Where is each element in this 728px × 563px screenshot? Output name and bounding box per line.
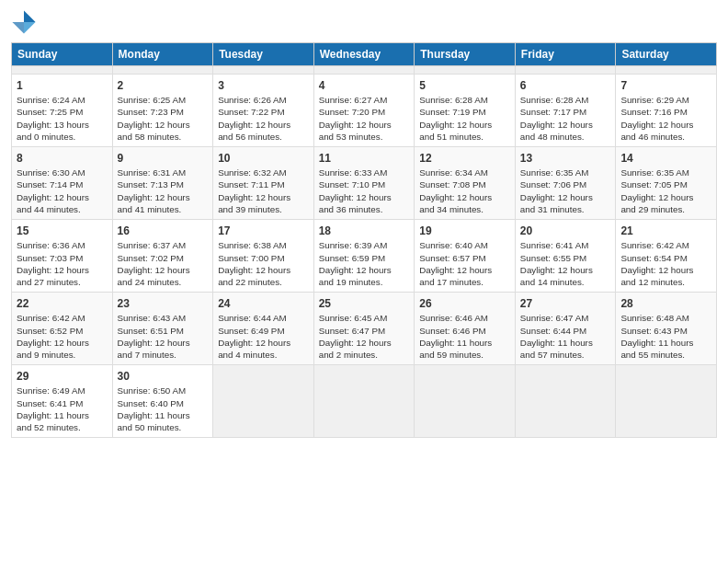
day-info: Sunrise: 6:29 AM Sunset: 7:16 PM Dayligh… <box>620 94 711 143</box>
calendar-cell <box>616 66 717 75</box>
calendar-cell: 28Sunrise: 6:48 AM Sunset: 6:43 PM Dayli… <box>616 293 717 365</box>
col-header-tuesday: Tuesday <box>213 43 314 66</box>
day-info: Sunrise: 6:33 AM Sunset: 7:10 PM Dayligh… <box>319 167 410 215</box>
col-header-thursday: Thursday <box>415 43 516 66</box>
day-number: 4 <box>319 78 410 93</box>
calendar-cell <box>415 365 516 438</box>
page-container: SundayMondayTuesdayWednesdayThursdayFrid… <box>0 0 728 445</box>
calendar-cell: 13Sunrise: 6:35 AM Sunset: 7:06 PM Dayli… <box>515 147 616 220</box>
week-row: 8Sunrise: 6:30 AM Sunset: 7:14 PM Daylig… <box>12 147 717 220</box>
day-number: 26 <box>419 296 510 311</box>
day-info: Sunrise: 6:35 AM Sunset: 7:05 PM Dayligh… <box>620 167 711 215</box>
day-number: 17 <box>218 224 309 238</box>
day-info: Sunrise: 6:50 AM Sunset: 6:40 PM Dayligh… <box>118 385 209 433</box>
calendar-cell: 4Sunrise: 6:27 AM Sunset: 7:20 PM Daylig… <box>313 75 415 147</box>
day-info: Sunrise: 6:49 AM Sunset: 6:41 PM Dayligh… <box>17 385 108 433</box>
calendar-cell: 12Sunrise: 6:34 AM Sunset: 7:08 PM Dayli… <box>415 147 516 220</box>
day-number: 11 <box>319 151 410 166</box>
day-info: Sunrise: 6:44 AM Sunset: 6:49 PM Dayligh… <box>218 312 309 361</box>
calendar-table: SundayMondayTuesdayWednesdayThursdayFrid… <box>11 42 717 438</box>
calendar-cell: 22Sunrise: 6:42 AM Sunset: 6:52 PM Dayli… <box>12 293 113 365</box>
day-info: Sunrise: 6:42 AM Sunset: 6:52 PM Dayligh… <box>17 312 108 361</box>
page-header <box>11 9 717 35</box>
day-number: 16 <box>118 224 209 238</box>
day-info: Sunrise: 6:32 AM Sunset: 7:11 PM Dayligh… <box>218 167 309 215</box>
day-info: Sunrise: 6:27 AM Sunset: 7:20 PM Dayligh… <box>319 94 410 143</box>
week-row: 29Sunrise: 6:49 AM Sunset: 6:41 PM Dayli… <box>12 365 717 438</box>
calendar-cell <box>616 365 717 438</box>
col-header-friday: Friday <box>515 43 616 66</box>
day-number: 19 <box>419 224 510 238</box>
calendar-cell <box>515 365 616 438</box>
day-info: Sunrise: 6:34 AM Sunset: 7:08 PM Dayligh… <box>419 167 510 215</box>
calendar-cell <box>213 365 314 438</box>
day-info: Sunrise: 6:36 AM Sunset: 7:03 PM Dayligh… <box>17 239 108 288</box>
day-number: 10 <box>218 151 309 166</box>
day-number: 8 <box>17 151 108 166</box>
day-info: Sunrise: 6:35 AM Sunset: 7:06 PM Dayligh… <box>520 167 611 215</box>
day-info: Sunrise: 6:28 AM Sunset: 7:17 PM Dayligh… <box>520 94 611 143</box>
day-number: 6 <box>520 78 611 93</box>
day-number: 15 <box>17 224 108 238</box>
day-number: 29 <box>17 369 108 384</box>
day-info: Sunrise: 6:39 AM Sunset: 6:59 PM Dayligh… <box>319 239 410 288</box>
day-number: 30 <box>118 369 209 384</box>
day-info: Sunrise: 6:47 AM Sunset: 6:44 PM Dayligh… <box>520 312 611 361</box>
calendar-cell: 24Sunrise: 6:44 AM Sunset: 6:49 PM Dayli… <box>213 293 314 365</box>
day-number: 14 <box>620 151 711 166</box>
col-header-monday: Monday <box>112 43 213 66</box>
day-number: 7 <box>620 78 711 93</box>
day-number: 20 <box>520 224 611 238</box>
week-row: 22Sunrise: 6:42 AM Sunset: 6:52 PM Dayli… <box>12 293 717 365</box>
calendar-cell: 11Sunrise: 6:33 AM Sunset: 7:10 PM Dayli… <box>313 147 415 220</box>
calendar-cell <box>415 66 516 75</box>
day-info: Sunrise: 6:24 AM Sunset: 7:25 PM Dayligh… <box>17 94 108 143</box>
header-row: SundayMondayTuesdayWednesdayThursdayFrid… <box>12 43 717 66</box>
calendar-cell <box>213 66 314 75</box>
calendar-cell: 14Sunrise: 6:35 AM Sunset: 7:05 PM Dayli… <box>616 147 717 220</box>
calendar-cell: 3Sunrise: 6:26 AM Sunset: 7:22 PM Daylig… <box>213 75 314 147</box>
calendar-cell: 19Sunrise: 6:40 AM Sunset: 6:57 PM Dayli… <box>415 220 516 293</box>
day-number: 3 <box>218 78 309 93</box>
day-number: 2 <box>118 78 209 93</box>
col-header-sunday: Sunday <box>12 43 113 66</box>
svg-marker-2 <box>12 22 24 34</box>
day-info: Sunrise: 6:48 AM Sunset: 6:43 PM Dayligh… <box>620 312 711 361</box>
calendar-cell: 30Sunrise: 6:50 AM Sunset: 6:40 PM Dayli… <box>112 365 213 438</box>
logo <box>11 9 39 35</box>
calendar-cell: 23Sunrise: 6:43 AM Sunset: 6:51 PM Dayli… <box>112 293 213 365</box>
week-row: 15Sunrise: 6:36 AM Sunset: 7:03 PM Dayli… <box>12 220 717 293</box>
col-header-saturday: Saturday <box>616 43 717 66</box>
day-info: Sunrise: 6:28 AM Sunset: 7:19 PM Dayligh… <box>419 94 510 143</box>
day-number: 23 <box>118 296 209 311</box>
day-info: Sunrise: 6:31 AM Sunset: 7:13 PM Dayligh… <box>118 167 209 215</box>
day-info: Sunrise: 6:45 AM Sunset: 6:47 PM Dayligh… <box>319 312 410 361</box>
calendar-cell: 18Sunrise: 6:39 AM Sunset: 6:59 PM Dayli… <box>313 220 415 293</box>
week-row: 1Sunrise: 6:24 AM Sunset: 7:25 PM Daylig… <box>12 75 717 147</box>
day-number: 21 <box>620 224 711 238</box>
day-number: 25 <box>319 296 410 311</box>
calendar-cell <box>112 66 213 75</box>
day-number: 9 <box>118 151 209 166</box>
calendar-cell: 27Sunrise: 6:47 AM Sunset: 6:44 PM Dayli… <box>515 293 616 365</box>
calendar-cell: 7Sunrise: 6:29 AM Sunset: 7:16 PM Daylig… <box>616 75 717 147</box>
calendar-cell: 20Sunrise: 6:41 AM Sunset: 6:55 PM Dayli… <box>515 220 616 293</box>
day-info: Sunrise: 6:46 AM Sunset: 6:46 PM Dayligh… <box>419 312 510 361</box>
day-number: 5 <box>419 78 510 93</box>
calendar-cell: 15Sunrise: 6:36 AM Sunset: 7:03 PM Dayli… <box>12 220 113 293</box>
calendar-cell: 29Sunrise: 6:49 AM Sunset: 6:41 PM Dayli… <box>12 365 113 438</box>
day-number: 13 <box>520 151 611 166</box>
day-info: Sunrise: 6:37 AM Sunset: 7:02 PM Dayligh… <box>118 239 209 288</box>
logo-icon <box>11 9 37 35</box>
day-info: Sunrise: 6:42 AM Sunset: 6:54 PM Dayligh… <box>620 239 711 288</box>
day-info: Sunrise: 6:26 AM Sunset: 7:22 PM Dayligh… <box>218 94 309 143</box>
calendar-cell: 16Sunrise: 6:37 AM Sunset: 7:02 PM Dayli… <box>112 220 213 293</box>
calendar-cell: 5Sunrise: 6:28 AM Sunset: 7:19 PM Daylig… <box>415 75 516 147</box>
day-info: Sunrise: 6:25 AM Sunset: 7:23 PM Dayligh… <box>118 94 209 143</box>
day-info: Sunrise: 6:41 AM Sunset: 6:55 PM Dayligh… <box>520 239 611 288</box>
calendar-cell: 9Sunrise: 6:31 AM Sunset: 7:13 PM Daylig… <box>112 147 213 220</box>
svg-marker-0 <box>24 10 36 22</box>
day-info: Sunrise: 6:30 AM Sunset: 7:14 PM Dayligh… <box>17 167 108 215</box>
col-header-wednesday: Wednesday <box>313 43 415 66</box>
svg-marker-1 <box>24 22 36 34</box>
